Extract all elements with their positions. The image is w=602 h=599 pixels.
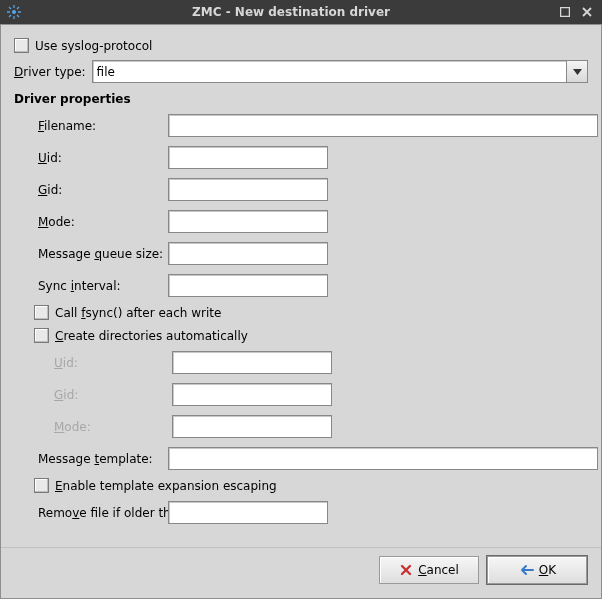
app-icon	[6, 4, 22, 20]
sub-uid-label: Uid:	[54, 356, 172, 370]
dialog-window: ZMC - New destination driver Use syslog-…	[0, 0, 602, 599]
cancel-button[interactable]: Cancel	[379, 556, 479, 584]
cancel-label: Cancel	[418, 563, 459, 577]
fsync-label: Call fsync() after each write	[55, 306, 221, 320]
remove-input[interactable]	[168, 501, 328, 524]
ok-icon	[518, 564, 534, 576]
sub-gid-input[interactable]	[172, 383, 332, 406]
create-dirs-checkbox[interactable]	[34, 328, 49, 343]
create-dirs-row: Create directories automatically	[34, 328, 588, 343]
filename-input[interactable]	[168, 114, 598, 137]
escape-checkbox[interactable]	[34, 478, 49, 493]
client-area: Use syslog-protocol Driver type: Driver …	[0, 24, 602, 599]
driver-type-label: Driver type:	[14, 65, 86, 79]
ok-button[interactable]: OK	[487, 556, 587, 584]
chevron-down-icon	[573, 69, 582, 75]
filename-label: Filename:	[38, 119, 168, 133]
remove-grid: Remove file if older than	[18, 501, 588, 524]
gid-input[interactable]	[168, 178, 328, 201]
driver-type-row: Driver type:	[14, 60, 588, 83]
content-area: Use syslog-protocol Driver type: Driver …	[1, 25, 601, 547]
uid-input[interactable]	[168, 146, 328, 169]
mode-input[interactable]	[168, 210, 328, 233]
create-dirs-label: Create directories automatically	[55, 329, 248, 343]
template-label: Message template:	[38, 452, 168, 466]
driver-properties-heading: Driver properties	[14, 92, 588, 106]
maximize-button[interactable]	[556, 3, 574, 21]
sync-interval-label: Sync interval:	[38, 279, 168, 293]
template-input[interactable]	[168, 447, 598, 470]
sub-uid-input[interactable]	[172, 351, 332, 374]
syslog-protocol-checkbox[interactable]	[14, 38, 29, 53]
template-grid: Message template:	[18, 447, 588, 470]
driver-type-dropdown-button[interactable]	[567, 60, 588, 83]
fsync-checkbox[interactable]	[34, 305, 49, 320]
queue-size-label: Message queue size:	[38, 247, 168, 261]
ok-label: OK	[539, 563, 556, 577]
syslog-protocol-row: Use syslog-protocol	[14, 38, 588, 53]
svg-rect-1	[561, 8, 570, 17]
fsync-row: Call fsync() after each write	[34, 305, 588, 320]
properties-grid: Filename: Uid: Gid: Mode: Message queue …	[18, 114, 588, 297]
remove-label: Remove file if older than	[38, 506, 168, 520]
titlebar: ZMC - New destination driver	[0, 0, 602, 24]
mode-label: Mode:	[38, 215, 168, 229]
cancel-icon	[399, 563, 413, 577]
sub-properties-grid: Uid: Gid: Mode:	[34, 351, 588, 438]
sub-mode-input[interactable]	[172, 415, 332, 438]
gid-label: Gid:	[38, 183, 168, 197]
window-title: ZMC - New destination driver	[28, 5, 554, 19]
syslog-protocol-label: Use syslog-protocol	[35, 39, 152, 53]
escape-label: Enable template expansion escaping	[55, 479, 277, 493]
driver-type-select[interactable]	[92, 60, 588, 83]
sub-mode-label: Mode:	[54, 420, 172, 434]
escape-row: Enable template expansion escaping	[34, 478, 588, 493]
close-button[interactable]	[578, 3, 596, 21]
svg-point-0	[12, 10, 16, 14]
button-bar: Cancel OK	[1, 547, 601, 598]
sync-interval-input[interactable]	[168, 274, 328, 297]
sub-gid-label: Gid:	[54, 388, 172, 402]
uid-label: Uid:	[38, 151, 168, 165]
queue-size-input[interactable]	[168, 242, 328, 265]
driver-type-input[interactable]	[92, 60, 567, 83]
